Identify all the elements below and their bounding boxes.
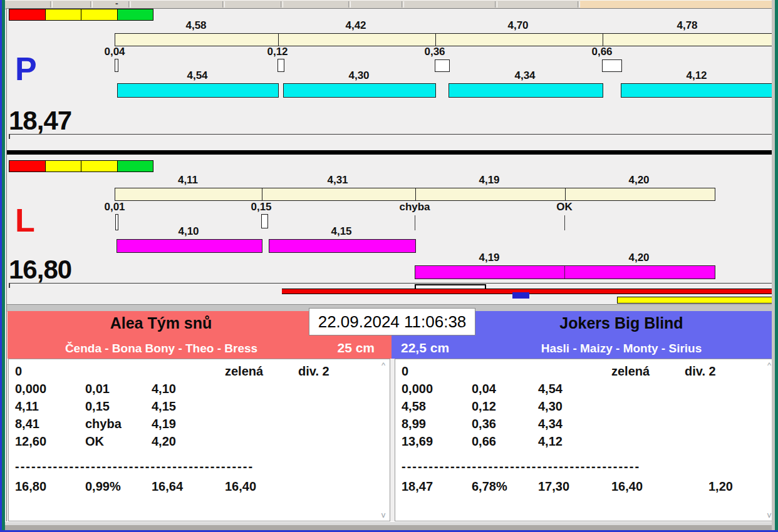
cell-percent: 6,78% bbox=[472, 479, 507, 494]
cell-cumulative: 0,000 bbox=[15, 382, 46, 396]
table-row: 4,58 0,12 4,30 bbox=[395, 399, 775, 416]
table-row: 0 zelená div. 2 bbox=[395, 364, 775, 381]
chevron-up-icon[interactable]: ^ bbox=[378, 361, 388, 370]
table-row: 0,000 0,04 4,54 bbox=[395, 382, 775, 398]
p-leg-label: 4,30 bbox=[321, 69, 397, 82]
cell-cumulative: 13,69 bbox=[402, 434, 433, 449]
cell-limit: 16,40 bbox=[611, 479, 643, 494]
cell-division: div. 2 bbox=[685, 364, 716, 379]
toolbar-separator bbox=[348, 1, 351, 8]
timestamp-box: 22.09.2024 11:06:38 bbox=[309, 308, 475, 335]
ruler-segment bbox=[115, 34, 278, 46]
toolbar-separator bbox=[281, 1, 283, 8]
team-left-members: Čenda - Bona Bony - Theo - Bress bbox=[16, 342, 307, 356]
l-leg-label: 4,15 bbox=[304, 225, 379, 238]
p-split-label: 4,70 bbox=[480, 19, 556, 32]
l-split-label: 4,20 bbox=[601, 174, 677, 187]
cell-run-number: 0 bbox=[15, 364, 22, 379]
light-green bbox=[118, 161, 153, 171]
p-leg-bar bbox=[449, 83, 603, 98]
p-leg-label: 4,12 bbox=[659, 69, 734, 82]
cell-light-color: zelená bbox=[225, 364, 263, 379]
l-split-label: 4,11 bbox=[150, 174, 226, 187]
cell-gap: 0,66 bbox=[472, 434, 496, 449]
team-right-log-table[interactable]: 0 zelená div. 2 0,000 0,04 4,54 4,58 0,1… bbox=[395, 359, 776, 521]
light-green bbox=[118, 9, 153, 20]
p-gap-marker bbox=[115, 59, 118, 72]
table-row: 12,60 OK 4,20 bbox=[9, 434, 390, 451]
l-split-label: 4,19 bbox=[452, 174, 527, 187]
finish-yellow-bar bbox=[617, 297, 776, 304]
cell-percent: 0,99% bbox=[85, 479, 121, 494]
cell-split: 4,34 bbox=[538, 417, 563, 431]
p-split-label: 4,58 bbox=[158, 19, 234, 32]
l-leg-label: 4,10 bbox=[151, 225, 226, 238]
p-split-ruler bbox=[115, 33, 774, 46]
cell-split: 4,15 bbox=[152, 399, 176, 414]
table-divider-row: ----------------------------------------… bbox=[395, 459, 775, 476]
minimize-icon[interactable]: - bbox=[115, 0, 118, 8]
l-gap-label: OK bbox=[536, 201, 593, 213]
window-frame-left bbox=[2, 0, 5, 532]
light-red bbox=[9, 161, 46, 171]
cell-cumulative: 8,99 bbox=[402, 417, 426, 431]
cell-gap: 0,04 bbox=[472, 382, 496, 396]
p-gap-label: 0,12 bbox=[249, 46, 306, 58]
p-gap-marker bbox=[435, 59, 450, 72]
l-gap-label: 0,01 bbox=[86, 201, 143, 213]
cell-limit: 16,40 bbox=[225, 479, 256, 494]
light-yellow-1 bbox=[46, 9, 82, 20]
l-gap-tick bbox=[415, 215, 415, 230]
cell-total: 16,80 bbox=[15, 479, 46, 494]
lane-p-total-time: 18,47 bbox=[9, 108, 71, 134]
cell-gap: OK bbox=[85, 434, 104, 449]
cell-split: 4,20 bbox=[152, 434, 176, 449]
p-gap-marker bbox=[277, 59, 284, 72]
ruler-segment bbox=[603, 34, 774, 46]
cell-cumulative: 4,58 bbox=[402, 399, 426, 414]
table-divider-row: ----------------------------------------… bbox=[9, 459, 390, 476]
l-leg-bar-divider bbox=[564, 266, 565, 279]
cell-run-number: 0 bbox=[402, 364, 408, 379]
cell-divider: ----------------------------------------… bbox=[402, 459, 640, 474]
cell-split: 4,10 bbox=[152, 382, 176, 396]
toolbar-separator bbox=[50, 1, 53, 8]
cell-split: 4,54 bbox=[538, 382, 563, 396]
p-gap-label: 0,66 bbox=[574, 46, 630, 58]
p-gap-label: 0,36 bbox=[407, 46, 463, 58]
p-leg-bar bbox=[283, 83, 436, 98]
l-baseline-tick bbox=[9, 283, 10, 288]
cell-cumulative: 0,000 bbox=[402, 382, 433, 396]
l-split-ruler bbox=[115, 188, 715, 201]
l-leg-bar bbox=[269, 239, 416, 253]
chevron-down-icon[interactable]: v bbox=[378, 510, 388, 519]
l-leg-label: 4,20 bbox=[601, 252, 677, 264]
traffic-light-bar bbox=[9, 9, 153, 21]
l-leg-label: 4,19 bbox=[452, 252, 527, 264]
cell-gap: chyba bbox=[85, 417, 122, 431]
p-baseline bbox=[9, 134, 775, 135]
cell-gap: 0,36 bbox=[472, 417, 496, 431]
scrollbar[interactable]: ^ v bbox=[378, 361, 388, 519]
l-gap-marker bbox=[261, 214, 268, 228]
cell-gap: 0,15 bbox=[85, 399, 110, 414]
p-leg-bar bbox=[621, 83, 774, 98]
p-leg-label: 4,34 bbox=[487, 69, 563, 82]
p-gap-marker bbox=[602, 59, 622, 72]
toolbar-separator bbox=[495, 1, 497, 8]
p-gap-label: 0,04 bbox=[86, 46, 143, 58]
l-gap-label: 0,15 bbox=[233, 201, 289, 213]
l-split-label: 4,31 bbox=[300, 174, 375, 187]
toolbar-peach-panel bbox=[580, 1, 774, 8]
l-leg-bar bbox=[117, 239, 262, 253]
finish-blue-marker bbox=[512, 292, 529, 299]
team-left-log-table[interactable]: 0 zelená div. 2 0,000 0,01 4,10 4,11 0,1… bbox=[8, 359, 390, 521]
light-yellow-2 bbox=[81, 161, 118, 171]
table-row: 8,99 0,36 4,34 bbox=[395, 417, 775, 433]
cell-gap: 0,12 bbox=[472, 399, 496, 414]
table-totals-row: 18,47 6,78% 17,30 16,40 1,20 bbox=[395, 479, 775, 496]
ruler-segment bbox=[115, 188, 262, 200]
p-baseline-tick bbox=[9, 134, 10, 139]
cell-light-color: zelená bbox=[611, 364, 650, 379]
cell-net: 16,64 bbox=[152, 479, 183, 494]
